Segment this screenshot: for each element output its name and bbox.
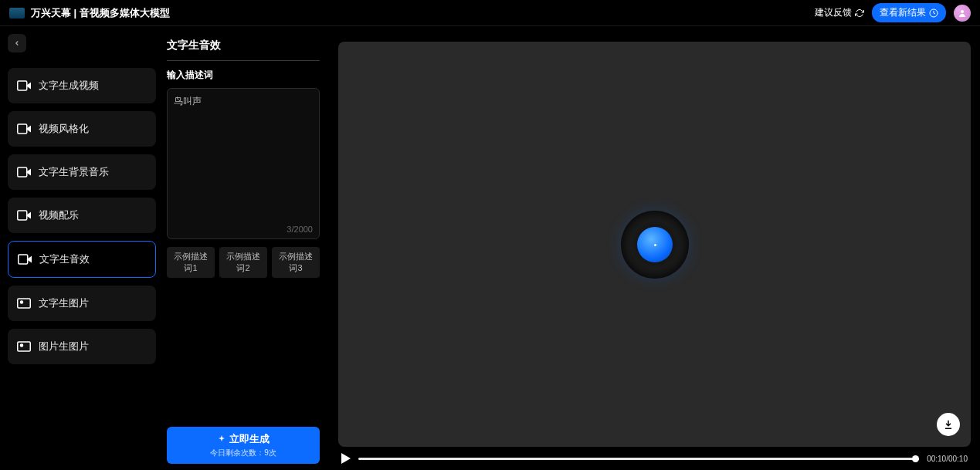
sidebar-collapse-button[interactable] (8, 34, 26, 52)
svg-rect-2 (18, 81, 27, 90)
feedback-link[interactable]: 建议反馈 (815, 6, 864, 19)
example-prompt-1[interactable]: 示例描述词1 (167, 247, 215, 278)
chevron-left-icon (13, 39, 21, 47)
input-label: 输入描述词 (164, 69, 323, 88)
example-prompt-2[interactable]: 示例描述词2 (219, 247, 267, 278)
view-results-label: 查看新结果 (880, 6, 926, 19)
progress-thumb[interactable] (912, 455, 919, 462)
svg-rect-6 (18, 167, 27, 177)
person-icon (958, 8, 967, 18)
svg-point-15 (21, 344, 23, 347)
generate-button[interactable]: 立即生成 今日剩余次数：9次 (167, 427, 320, 464)
feedback-label: 建议反馈 (815, 6, 852, 19)
player-bar: 00:10/00:10 (338, 447, 971, 464)
generate-sublabel: 今日剩余次数：9次 (210, 448, 276, 458)
preview-canvas (338, 42, 971, 447)
prompt-textarea-wrap: 3/2000 (167, 88, 320, 239)
header-left: 万兴天幕 | 音视频多媒体大模型 (9, 6, 170, 20)
svg-point-1 (961, 10, 964, 13)
image-icon (17, 298, 31, 309)
user-avatar[interactable] (954, 5, 971, 22)
clock-icon (929, 8, 938, 18)
app-logo-icon (9, 8, 25, 19)
sidebar-item-label: 视频风格化 (39, 122, 89, 136)
panel-divider (167, 60, 320, 61)
example-row: 示例描述词1 示例描述词2 示例描述词3 (164, 239, 323, 286)
panel-title: 文字生音效 (164, 34, 323, 60)
download-button[interactable] (937, 413, 960, 436)
sidebar-item-label: 图片生图片 (39, 340, 89, 353)
svg-rect-8 (18, 211, 27, 220)
svg-point-13 (21, 301, 23, 303)
sparkle-icon (217, 434, 226, 444)
input-panel: 文字生音效 输入描述词 3/2000 示例描述词1 示例描述词2 示例描述词3 … (164, 26, 323, 470)
speaker-core-icon (637, 227, 673, 262)
svg-rect-4 (18, 124, 27, 134)
generate-area: 立即生成 今日剩余次数：9次 (167, 427, 320, 464)
sidebar: 文字生成视频 视频风格化 文字生背景音乐 视频配乐 文字生音效 (0, 26, 164, 470)
sidebar-item-label: 视频配乐 (39, 208, 79, 222)
image2image-icon (17, 341, 31, 352)
play-button[interactable] (341, 453, 351, 464)
soundtrack-icon (17, 210, 31, 221)
app-header: 万兴天幕 | 音视频多媒体大模型 建议反馈 查看新结果 (0, 0, 980, 26)
speaker-dot-icon (654, 244, 656, 246)
download-icon (943, 419, 954, 430)
time-display: 00:10/00:10 (927, 455, 968, 463)
svg-rect-12 (18, 299, 31, 308)
sidebar-item-video-style[interactable]: 视频风格化 (8, 111, 156, 147)
sidebar-item-image-to-image[interactable]: 图片生图片 (8, 329, 156, 364)
main-area: 文字生成视频 视频风格化 文字生背景音乐 视频配乐 文字生音效 (0, 26, 980, 470)
audio-visual-icon (621, 211, 689, 279)
video-icon (17, 80, 31, 91)
sidebar-item-label: 文字生图片 (39, 296, 89, 310)
music-icon (17, 167, 31, 178)
app-brand-title: 万兴天幕 | 音视频多媒体大模型 (31, 6, 170, 20)
svg-rect-14 (18, 342, 31, 351)
header-right: 建议反馈 查看新结果 (815, 3, 971, 22)
example-prompt-3[interactable]: 示例描述词3 (272, 247, 320, 278)
sidebar-item-label: 文字生背景音乐 (39, 165, 109, 179)
generate-label: 立即生成 (217, 432, 270, 446)
char-count: 3/2000 (287, 225, 313, 234)
sfx-icon (18, 254, 32, 265)
preview-area: 00:10/00:10 (323, 26, 980, 470)
sidebar-item-text-to-image[interactable]: 文字生图片 (8, 286, 156, 321)
style-icon (17, 123, 31, 134)
prompt-textarea[interactable] (174, 95, 313, 232)
sidebar-item-text-to-video[interactable]: 文字生成视频 (8, 68, 156, 103)
view-results-button[interactable]: 查看新结果 (872, 3, 946, 22)
sidebar-item-text-to-sfx[interactable]: 文字生音效 (8, 241, 156, 278)
sidebar-item-video-soundtrack[interactable]: 视频配乐 (8, 198, 156, 233)
progress-slider[interactable] (358, 458, 919, 460)
svg-rect-10 (19, 255, 28, 264)
sidebar-item-label: 文字生成视频 (39, 79, 99, 93)
sidebar-item-text-to-bgm[interactable]: 文字生背景音乐 (8, 154, 156, 190)
sidebar-item-label: 文字生音效 (39, 252, 90, 266)
refresh-icon (855, 8, 864, 18)
